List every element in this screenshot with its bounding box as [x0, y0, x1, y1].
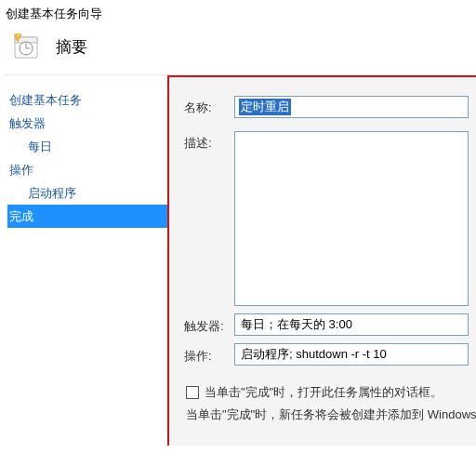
- description-textarea[interactable]: [234, 131, 469, 306]
- trigger-row: 触发器: 每日；在每天的 3:00: [184, 313, 469, 336]
- content-panel: 名称: 定时重启 描述: 触发器: 每日；在每天的 3:00 操作:: [169, 77, 476, 446]
- wizard-body: 创建基本任务触发器每日操作启动程序完成 名称: 定时重启 描述: 触发器: 每: [0, 75, 476, 446]
- name-label: 名称:: [184, 96, 234, 116]
- svg-point-6: [17, 33, 20, 37]
- wizard-step-4[interactable]: 启动程序: [7, 181, 167, 205]
- open-properties-checkbox-row[interactable]: 当单击"完成"时，打开此任务属性的对话框。: [186, 384, 469, 401]
- wizard-steps-sidebar: 创建基本任务触发器每日操作启动程序完成: [0, 75, 167, 446]
- wizard-step-0[interactable]: 创建基本任务: [7, 88, 167, 112]
- wizard-step-2[interactable]: 每日: [7, 135, 167, 158]
- trigger-label: 触发器:: [184, 314, 234, 335]
- action-row: 操作: 启动程序; shutdown -r -t 10: [184, 343, 469, 366]
- name-value-selection: 定时重启: [239, 99, 291, 115]
- description-label: 描述:: [184, 131, 234, 152]
- action-value: 启动程序; shutdown -r -t 10: [234, 343, 469, 366]
- wizard-step-title: 摘要: [56, 36, 87, 58]
- name-input[interactable]: 定时重启: [234, 96, 469, 118]
- trigger-value: 每日；在每天的 3:00: [234, 313, 469, 336]
- description-row: 描述:: [184, 131, 469, 306]
- checkbox-label: 当单击"完成"时，打开此任务属性的对话框。: [205, 384, 443, 401]
- summary-details: 触发器: 每日；在每天的 3:00 操作: 启动程序; shutdown -r …: [184, 313, 469, 373]
- name-row: 名称: 定时重启: [184, 96, 469, 118]
- wizard-header: 摘要: [0, 22, 476, 74]
- schedule-icon: [13, 32, 43, 61]
- window-title: 创建基本任务向导: [6, 6, 102, 22]
- content-highlight: 名称: 定时重启 描述: 触发器: 每日；在每天的 3:00 操作:: [167, 75, 476, 446]
- wizard-step-3[interactable]: 操作: [7, 158, 167, 181]
- wizard-window: 创建基本任务向导 摘要 创建基本任务触发器每日操作启动程序完成 名称:: [0, 0, 476, 466]
- title-bar: 创建基本任务向导: [0, 0, 476, 22]
- completion-note: 当单击"完成"时，新任务将会被创建并添加到 Windows 计: [184, 406, 469, 423]
- wizard-step-1[interactable]: 触发器: [7, 112, 167, 135]
- checkbox-icon[interactable]: [186, 386, 199, 399]
- wizard-step-5[interactable]: 完成: [7, 205, 167, 228]
- action-label: 操作:: [184, 344, 234, 365]
